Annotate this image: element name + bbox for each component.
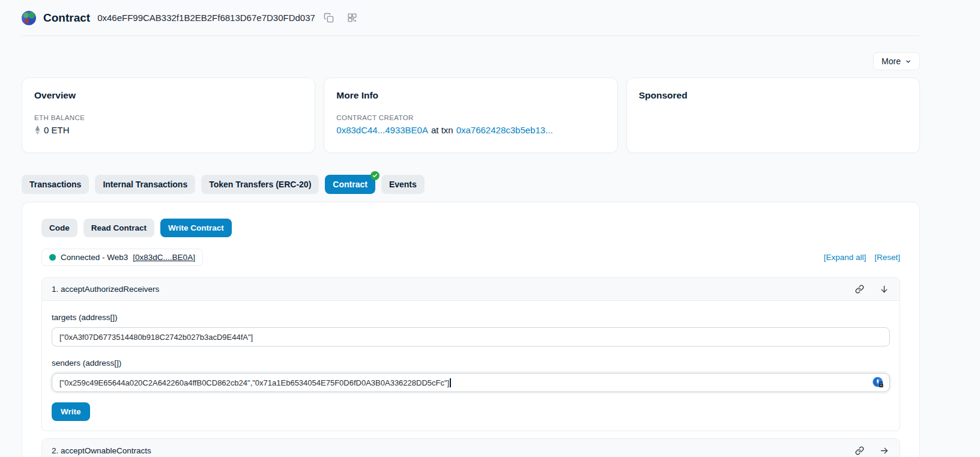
copy-address-button[interactable] [322,11,335,24]
sponsored-card: Sponsored [626,77,920,153]
1password-lock-icon[interactable] [872,377,885,389]
contract-subtabs: Code Read Contract Write Contract [41,219,900,237]
info-cards: Overview ETH BALANCE 0 ETH More Info CON… [22,77,920,153]
tab-contract[interactable]: Contract [325,175,375,194]
targets-field-label: targets (address[]) [52,313,890,322]
function-2-header[interactable]: 2. acceptOwnableContracts [42,439,900,457]
creation-txn-link[interactable]: 0xa7662428c3b5eb13... [456,125,553,135]
function-accordion-2: 2. acceptOwnableContracts [41,438,900,457]
write-button[interactable]: Write [52,402,90,421]
contract-header: Contract 0x46eFF99CAB332f1B2EB2Ff6813D67… [22,0,920,36]
tab-transactions[interactable]: Transactions [22,175,89,194]
tab-contract-label: Contract [333,180,368,189]
reset-link[interactable]: [Reset] [874,253,900,262]
expand-all-link[interactable]: [Expand all] [824,253,867,262]
link-chain-icon [855,285,864,294]
eth-diamond-icon [34,125,41,135]
tab-token-transfers[interactable]: Token Transfers (ERC-20) [201,175,319,194]
function-2-title: 2. acceptOwnableContracts [52,446,151,455]
text-caret [450,378,451,387]
creator-connector-text: at txn [431,125,453,135]
page-title: Contract [43,11,90,25]
senders-field: senders (address[]) ["0x259c49E65644a020… [52,359,890,392]
contract-identicon-avatar [22,11,36,25]
more-button[interactable]: More [873,52,920,70]
link-chain-icon [855,446,864,455]
tab-events[interactable]: Events [381,175,425,194]
function-1-title: 1. acceptAuthorizedReceivers [52,285,159,294]
more-info-card-title: More Info [336,90,605,101]
targets-input[interactable]: ["0xA3f07D6773514480b918C2742b027b3acD9E… [52,327,890,347]
chevron-down-icon [905,58,912,65]
function-accordion-1: 1. acceptAuthorizedReceivers [41,277,900,431]
tab-internal-transactions[interactable]: Internal Transactions [95,175,195,194]
sponsored-card-title: Sponsored [639,90,907,101]
function-2-expand-button[interactable] [879,445,890,456]
eth-balance-value: 0 ETH [44,125,70,135]
function-2-anchor-button[interactable] [854,445,865,456]
arrow-right-icon [880,446,889,455]
toolbar-row: More [22,52,920,70]
copy-icon [324,13,334,23]
connection-status-text: Connected - Web3 [61,253,128,262]
creator-address-link[interactable]: 0x83dC44...4933BE0A [336,125,428,135]
function-1-header[interactable]: 1. acceptAuthorizedReceivers [42,278,900,301]
qr-code-button[interactable] [346,11,358,24]
connected-address-link[interactable]: [0x83dC....BE0A] [133,253,195,262]
contract-creator-label: CONTRACT CREATOR [336,114,605,121]
overview-card-title: Overview [34,90,303,101]
senders-input-value: ["0x259c49E65644a020C2A642260a4ffB0CD862… [59,378,449,387]
more-info-card: More Info CONTRACT CREATOR 0x83dC44...49… [324,77,617,153]
senders-input[interactable]: ["0x259c49E65644a020C2A642260a4ffB0CD862… [52,373,890,392]
status-row: Connected - Web3 [0x83dC....BE0A] [Expan… [41,249,900,266]
contract-address: 0x46eFF99CAB332f1B2EB2Ff6813D67e7D30FDd0… [97,13,315,23]
wallet-connection-status: Connected - Web3 [0x83dC....BE0A] [41,249,203,266]
function-1-body: targets (address[]) ["0xA3f07D6773514480… [42,301,900,431]
check-badge-icon [371,171,380,180]
more-button-label: More [882,56,901,66]
arrow-down-icon [880,285,889,294]
function-1-anchor-button[interactable] [854,283,865,295]
green-dot-icon [49,254,56,261]
overview-card: Overview ETH BALANCE 0 ETH [22,77,315,153]
targets-input-value: ["0xA3f07D6773514480b918C2742b027b3acD9E… [59,333,253,342]
qr-code-icon [347,13,357,23]
function-1-collapse-button[interactable] [879,283,890,295]
main-tabs: Transactions Internal Transactions Token… [22,175,920,194]
contract-panel: Code Read Contract Write Contract Connec… [22,202,920,457]
senders-field-label: senders (address[]) [52,359,890,368]
subtab-write-contract[interactable]: Write Contract [160,219,232,237]
targets-field: targets (address[]) ["0xA3f07D6773514480… [52,313,890,347]
eth-balance-label: ETH BALANCE [34,114,303,121]
subtab-code[interactable]: Code [41,219,77,237]
page-container: Contract 0x46eFF99CAB332f1B2EB2Ff6813D67… [22,0,920,457]
subtab-read-contract[interactable]: Read Contract [83,219,154,237]
